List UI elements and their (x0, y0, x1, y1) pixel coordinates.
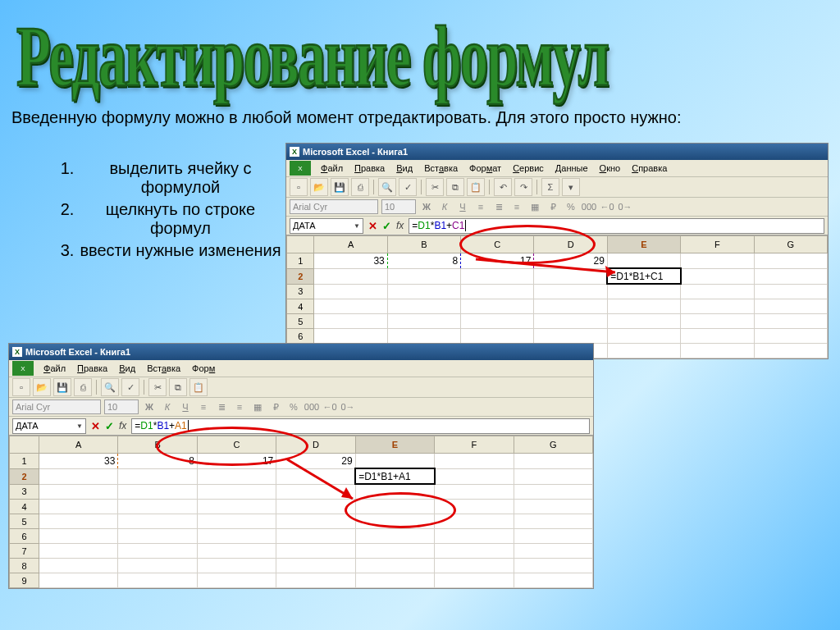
toolbar-standard[interactable]: ▫📂💾⎙🔍✓✂⧉📋↶↷Σ▾ (286, 177, 828, 198)
print-icon[interactable]: ⎙ (351, 178, 369, 196)
enter-icon[interactable]: ✓ (382, 220, 391, 232)
cut-icon[interactable]: ✂ (148, 378, 167, 396)
formula-bar[interactable]: ДАТА▼ ✕✓fx =D1*B1+C1 (286, 217, 828, 235)
cell-a1[interactable]: 33 (39, 454, 118, 469)
menu-view[interactable]: Вид (114, 362, 140, 375)
bold-button[interactable]: Ж (419, 199, 434, 214)
new-icon[interactable]: ▫ (290, 178, 308, 196)
redo-icon[interactable]: ↷ (514, 178, 532, 196)
col-c[interactable]: C (197, 436, 276, 454)
open-icon[interactable]: 📂 (310, 178, 328, 196)
name-box[interactable]: ДАТА▼ (12, 418, 86, 434)
print-icon[interactable]: ⎙ (74, 378, 92, 396)
cancel-icon[interactable]: ✕ (91, 420, 100, 432)
cell-d1[interactable]: 29 (276, 454, 355, 469)
menu-format[interactable]: Форм (187, 362, 220, 375)
row-2[interactable]: 2 (287, 268, 314, 284)
font-select[interactable] (290, 199, 378, 214)
cell-e2-active[interactable]: =D1*B1+A1 (355, 468, 434, 484)
col-f[interactable]: F (681, 236, 754, 253)
col-d[interactable]: D (276, 436, 355, 454)
col-c[interactable]: C (461, 236, 534, 253)
size-select[interactable] (104, 399, 139, 414)
cell-d1[interactable]: 29 (534, 253, 607, 269)
paste-icon[interactable]: 📋 (467, 178, 485, 196)
name-box[interactable]: ДАТА▼ (290, 218, 363, 234)
underline-button[interactable]: Ч (178, 399, 193, 414)
cell-c1[interactable]: 17 (197, 454, 276, 469)
cut-icon[interactable]: ✂ (426, 178, 444, 196)
copy-icon[interactable]: ⧉ (169, 378, 187, 396)
preview-icon[interactable]: 🔍 (101, 378, 119, 396)
comma-icon[interactable]: 000 (582, 199, 596, 214)
menu-data[interactable]: Данные (550, 162, 593, 175)
menu-tools[interactable]: Сервис (508, 162, 549, 175)
cell-e1[interactable] (607, 253, 680, 269)
col-e[interactable]: E (607, 236, 680, 253)
fx-icon[interactable]: fx (396, 220, 404, 231)
spreadsheet-grid[interactable]: ABCDEFG 13381729 2=D1*B1+A1 3 4 5 6 7 8 … (9, 436, 593, 588)
new-icon[interactable]: ▫ (12, 378, 30, 396)
cell-g1[interactable] (754, 253, 827, 269)
preview-icon[interactable]: 🔍 (378, 178, 396, 196)
toolbar-standard[interactable]: ▫📂💾⎙🔍✓✂⧉📋 (9, 377, 593, 398)
cell-a1[interactable]: 33 (314, 253, 387, 269)
formula-input[interactable]: =D1*B1+A1 (131, 418, 590, 434)
dec-dec-icon[interactable]: 0→ (618, 199, 632, 214)
menu-insert[interactable]: Вставка (142, 362, 185, 375)
titlebar[interactable]: XMicrosoft Excel - Книга1 (286, 144, 828, 160)
menu-window[interactable]: Окно (595, 162, 626, 175)
toolbar-formatting[interactable]: ЖКЧ ≡≣≡▦₽%000←00→ (9, 398, 593, 417)
titlebar[interactable]: XMicrosoft Excel - Книга1 (9, 344, 593, 360)
italic-button[interactable]: К (160, 399, 175, 414)
save-icon[interactable]: 💾 (53, 378, 71, 396)
spreadsheet-grid[interactable]: ABCDEFG 13381729 2=D1*B1+C1 3 4 5 6 7 (286, 235, 828, 358)
menu-edit[interactable]: Правка (349, 162, 390, 175)
col-b[interactable]: B (118, 436, 197, 454)
cancel-icon[interactable]: ✕ (368, 220, 377, 232)
col-g[interactable]: G (514, 436, 592, 454)
currency-icon[interactable]: ₽ (546, 199, 560, 214)
underline-button[interactable]: Ч (455, 199, 470, 214)
dropdown-icon[interactable]: ▼ (354, 222, 360, 230)
col-f[interactable]: F (435, 436, 514, 454)
paste-icon[interactable]: 📋 (189, 378, 208, 396)
sigma-icon[interactable]: Σ (541, 178, 559, 196)
menu-edit[interactable]: Правка (72, 362, 112, 375)
undo-icon[interactable]: ↶ (494, 178, 512, 196)
cell-e2-active[interactable]: =D1*B1+C1 (607, 268, 680, 284)
corner-cell[interactable] (287, 236, 314, 253)
spell-icon[interactable]: ✓ (121, 378, 139, 396)
col-e[interactable]: E (355, 436, 434, 454)
percent-icon[interactable]: % (564, 199, 578, 214)
row-1[interactable]: 1 (287, 253, 314, 269)
col-a[interactable]: A (39, 436, 118, 454)
col-b[interactable]: B (387, 236, 460, 253)
menu-file[interactable]: Файл (316, 162, 348, 175)
save-icon[interactable]: 💾 (331, 178, 349, 196)
formula-bar[interactable]: ДАТА▼ ✕✓fx =D1*B1+A1 (9, 417, 593, 436)
menu-insert[interactable]: Вставка (419, 162, 463, 175)
formula-input[interactable]: =D1*B1+C1 (409, 218, 824, 234)
align-right-icon[interactable]: ≡ (509, 199, 524, 214)
menu-help[interactable]: Справка (627, 162, 672, 175)
cell-b1[interactable]: 8 (387, 253, 460, 269)
bold-button[interactable]: Ж (142, 399, 157, 414)
menubar[interactable]: X ФайлПравкаВидВставкаФорм (9, 360, 593, 377)
font-select[interactable] (12, 399, 101, 414)
merge-icon[interactable]: ▦ (527, 199, 542, 214)
menu-view[interactable]: Вид (391, 162, 418, 175)
menu-file[interactable]: Файл (39, 362, 71, 375)
menu-format[interactable]: Формат (464, 162, 506, 175)
size-select[interactable] (381, 199, 416, 214)
copy-icon[interactable]: ⧉ (446, 178, 464, 196)
open-icon[interactable]: 📂 (33, 378, 51, 396)
enter-icon[interactable]: ✓ (105, 420, 114, 432)
col-d[interactable]: D (534, 236, 607, 253)
align-center-icon[interactable]: ≣ (491, 199, 506, 214)
toolbar-formatting[interactable]: ЖКЧ ≡≣≡▦ ₽%000←00→ (286, 198, 828, 217)
sort-icon[interactable]: ▾ (562, 178, 580, 196)
italic-button[interactable]: К (437, 199, 452, 214)
spell-icon[interactable]: ✓ (399, 178, 417, 196)
inc-dec-icon[interactable]: ←0 (600, 199, 614, 214)
